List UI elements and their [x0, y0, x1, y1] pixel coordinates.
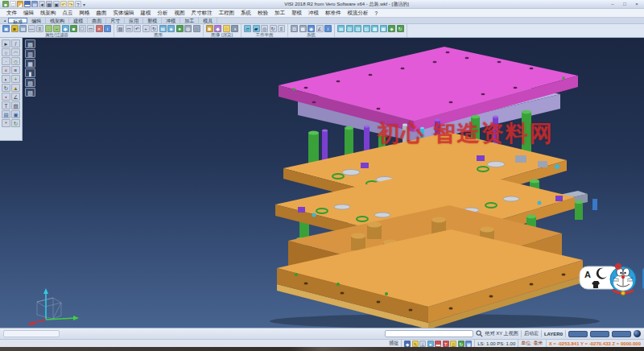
menu-item-10[interactable]: 尺寸标注 [188, 10, 216, 17]
float-tool-floating-tool-3[interactable]: ▦ [25, 59, 35, 68]
tab-9[interactable]: 加工 [180, 18, 199, 23]
status-status-button-1[interactable] [568, 331, 588, 337]
ribbon-icon-view-right[interactable]: ▨ [354, 25, 361, 32]
ribbon-icon-shaded-mode[interactable]: ● [176, 25, 184, 32]
menu-item-2[interactable]: 线架构 [37, 10, 60, 17]
ribbon-icon-snap[interactable]: ◉ [308, 25, 315, 32]
ribbon-icon-zoom-previous[interactable]: ↶ [134, 25, 141, 32]
left-tool-point[interactable]: · [2, 57, 10, 65]
left-tool-scale[interactable]: ▲ [11, 84, 20, 92]
status-icon-document[interactable]: ▯ [450, 341, 456, 347]
ribbon-icon-workplane-align[interactable]: ▰ [253, 25, 260, 32]
qa-icon-save-all[interactable]: ▤ [31, 1, 38, 7]
menu-item-15[interactable]: 塑模 [288, 10, 305, 17]
menu-item-6[interactable]: 实体编辑 [110, 10, 138, 17]
qa-icon-print[interactable]: ▦ [46, 1, 52, 7]
left-tool-offset[interactable]: ≡ [11, 66, 20, 74]
left-tool-measure[interactable]: ∠ [11, 93, 20, 101]
float-tool-floating-tool-1[interactable]: ▤ [25, 39, 35, 48]
model-3d-mold-assembly[interactable] [0, 38, 644, 328]
status-icon-grid-snap[interactable]: ▦ [465, 341, 472, 347]
window-button-minimize[interactable]: – [608, 1, 617, 7]
menu-item-7[interactable]: 建模 [138, 10, 155, 17]
left-tool-explode[interactable]: * [2, 119, 10, 127]
window-button-close[interactable]: × [632, 1, 642, 7]
menu-item-11[interactable]: 工程图 [216, 10, 238, 17]
tab-5[interactable]: 尺寸 [106, 18, 125, 23]
ribbon-icon-zoom-window[interactable]: ▭ [126, 25, 133, 32]
macro-button[interactable]: 启动宏 [524, 330, 539, 337]
view-mode-indicator[interactable]: 绝对 XY 上视图 [485, 330, 518, 337]
ribbon-icon-settings[interactable]: ◘ [291, 25, 298, 32]
qa-icon-import[interactable]: ◄ [39, 1, 45, 7]
ribbon-icon-pan-view[interactable]: + [142, 25, 150, 32]
ribbon-icon-deselect[interactable]: × [96, 25, 103, 32]
left-tool-polyline[interactable]: ◇ [11, 57, 20, 65]
search-icon[interactable] [476, 330, 483, 337]
menu-item-13[interactable]: 校验 [254, 10, 271, 17]
status-icon-text-style[interactable]: T [443, 341, 449, 347]
tab-1[interactable]: 编辑 [27, 18, 46, 23]
left-tool-circle[interactable]: ○ [2, 48, 10, 56]
status-icon-sync[interactable]: ↻ [458, 341, 464, 347]
qa-icon-open-folder[interactable]: ◪ [17, 1, 23, 7]
tab-4[interactable]: 曲面 [88, 18, 106, 23]
left-tool-select[interactable]: ► [2, 39, 10, 47]
left-tool-trim[interactable]: × [2, 66, 10, 74]
status-icon-edit-pencil[interactable]: ✎ [412, 341, 419, 347]
ribbon-icon-properties[interactable]: i [104, 25, 111, 32]
ribbon-icon-lights[interactable]: ○ [223, 25, 230, 32]
left-tool-layer-manager[interactable]: ▤ [2, 110, 10, 118]
layer-indicator[interactable]: LAYER0 [544, 332, 563, 337]
tab-overflow-icon[interactable]: ▪ [2, 18, 8, 23]
menu-item-12[interactable]: 系统 [237, 10, 254, 17]
ribbon-icon-select-all[interactable]: ☐ [79, 25, 86, 32]
status-icon-user[interactable]: ● [427, 341, 434, 347]
qa-icon-copy[interactable]: ▣ [53, 1, 60, 7]
ribbon-icon-view-front[interactable]: ▤ [159, 25, 167, 32]
qa-icon-new-file[interactable]: □ [10, 1, 16, 7]
ribbon-icon-hidden-line-mode[interactable]: ◌ [193, 25, 200, 32]
menu-item-5[interactable]: 曲面 [93, 10, 110, 17]
qa-icon-app-logo[interactable]: ■ [2, 1, 9, 7]
qa-icon-help[interactable]: ? [75, 1, 81, 7]
ribbon-icon-grid[interactable]: ▦ [299, 25, 307, 32]
float-tool-floating-tool-6[interactable]: ▨ [25, 88, 35, 97]
viewport-3d[interactable]: 初心 智造资料网 A [0, 38, 644, 328]
command-input[interactable] [385, 330, 473, 337]
left-tool-move[interactable]: + [11, 75, 20, 83]
globe-icon[interactable] [634, 330, 641, 337]
qa-icon-save[interactable]: ▬ [24, 1, 31, 7]
menu-item-8[interactable]: 分析 [155, 10, 171, 17]
tab-7[interactable]: 塑模 [143, 18, 162, 23]
ribbon-icon-render[interactable]: ◙ [206, 25, 213, 32]
ribbon-icon-filter-curves[interactable]: ~ [53, 25, 60, 32]
qa-icon-undo[interactable]: ↶ [60, 1, 67, 7]
ribbon-icon-filter-solids[interactable]: ■ [70, 25, 77, 32]
float-tool-floating-tool-2[interactable]: ▥ [25, 49, 35, 58]
tab-2[interactable]: 线架构 [46, 18, 69, 23]
ribbon-icon-view-iso[interactable]: ◈ [167, 25, 175, 32]
menu-item-18[interactable]: 模流分析 [345, 10, 372, 17]
status-icon-construction[interactable]: ⊥ [419, 341, 426, 347]
left-tool-line[interactable]: / [11, 39, 20, 47]
tab-3[interactable]: 建模 [69, 18, 88, 23]
ribbon-icon-zoom-fit[interactable]: ▧ [117, 25, 124, 32]
tab-10[interactable]: 模具 [199, 18, 217, 23]
ribbon-icon-line-type[interactable]: — [28, 25, 35, 32]
menu-item-0[interactable]: 文件 [3, 10, 20, 17]
left-tool-text[interactable]: T [2, 101, 10, 109]
tab-8[interactable]: 冲模 [162, 18, 180, 23]
window-button-restore[interactable]: □ [620, 1, 630, 7]
tab-0[interactable]: 标准 [8, 18, 27, 23]
ribbon-icon-thickness[interactable]: ≡ [36, 25, 43, 32]
menu-item-1[interactable]: 编辑 [20, 10, 37, 17]
ribbon-icon-rotate-view[interactable]: ↻ [151, 25, 158, 32]
tab-6[interactable]: 应用 [125, 18, 143, 23]
ribbon-icon-materials[interactable]: ◆ [214, 25, 221, 32]
menu-item-19[interactable]: ? [372, 10, 382, 16]
ribbon-icon-workplane-rotate[interactable]: ↻ [270, 25, 277, 32]
snap-label[interactable]: 捕捉 [389, 340, 398, 347]
ribbon-icon-view-left[interactable]: ▧ [363, 25, 370, 32]
ribbon-icon-wireframe-mode[interactable]: ◍ [184, 25, 192, 32]
